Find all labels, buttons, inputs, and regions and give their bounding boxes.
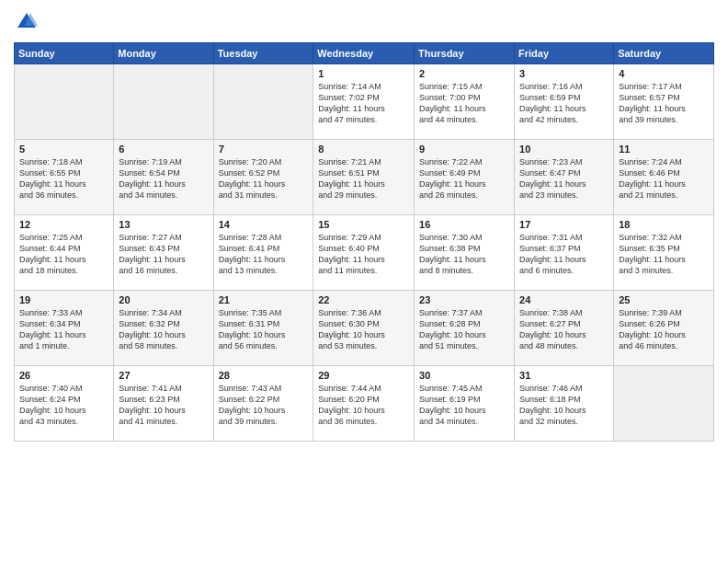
day-number: 1 — [318, 68, 409, 79]
day-info: Sunrise: 7:34 AM Sunset: 6:32 PM Dayligh… — [119, 307, 208, 352]
day-info: Sunrise: 7:44 AM Sunset: 6:20 PM Dayligh… — [318, 383, 409, 428]
day-info: Sunrise: 7:23 AM Sunset: 6:47 PM Dayligh… — [519, 156, 609, 201]
day-info: Sunrise: 7:25 AM Sunset: 6:44 PM Dayligh… — [19, 232, 108, 277]
calendar-cell: 22Sunrise: 7:36 AM Sunset: 6:30 PM Dayli… — [313, 291, 415, 366]
day-number: 18 — [619, 219, 709, 230]
calendar-day-header: Monday — [114, 43, 213, 64]
day-number: 26 — [19, 370, 108, 381]
day-info: Sunrise: 7:27 AM Sunset: 6:43 PM Dayligh… — [119, 232, 208, 277]
calendar-cell: 6Sunrise: 7:19 AM Sunset: 6:54 PM Daylig… — [114, 140, 213, 215]
day-number: 28 — [219, 370, 309, 381]
calendar-week-row: 5Sunrise: 7:18 AM Sunset: 6:55 PM Daylig… — [15, 140, 714, 215]
calendar-day-header: Thursday — [415, 43, 515, 64]
day-info: Sunrise: 7:37 AM Sunset: 6:28 PM Dayligh… — [419, 307, 509, 352]
calendar-header-row: SundayMondayTuesdayWednesdayThursdayFrid… — [15, 43, 714, 64]
calendar-week-row: 12Sunrise: 7:25 AM Sunset: 6:44 PM Dayli… — [15, 215, 714, 291]
calendar-cell: 28Sunrise: 7:43 AM Sunset: 6:22 PM Dayli… — [213, 366, 313, 442]
calendar-cell: 9Sunrise: 7:22 AM Sunset: 6:49 PM Daylig… — [415, 140, 515, 215]
calendar-cell: 21Sunrise: 7:35 AM Sunset: 6:31 PM Dayli… — [213, 291, 313, 366]
calendar-cell: 25Sunrise: 7:39 AM Sunset: 6:26 PM Dayli… — [614, 291, 714, 366]
calendar-cell: 3Sunrise: 7:16 AM Sunset: 6:59 PM Daylig… — [515, 64, 614, 140]
day-info: Sunrise: 7:17 AM Sunset: 6:57 PM Dayligh… — [619, 81, 709, 126]
page: SundayMondayTuesdayWednesdayThursdayFrid… — [0, 0, 728, 563]
calendar-week-row: 26Sunrise: 7:40 AM Sunset: 6:24 PM Dayli… — [15, 366, 714, 442]
day-number: 31 — [519, 370, 609, 381]
day-number: 3 — [519, 68, 609, 79]
day-info: Sunrise: 7:38 AM Sunset: 6:27 PM Dayligh… — [519, 307, 609, 352]
day-info: Sunrise: 7:31 AM Sunset: 6:37 PM Dayligh… — [519, 232, 609, 277]
day-info: Sunrise: 7:24 AM Sunset: 6:46 PM Dayligh… — [619, 156, 709, 201]
day-info: Sunrise: 7:30 AM Sunset: 6:38 PM Dayligh… — [419, 232, 509, 277]
calendar-cell: 16Sunrise: 7:30 AM Sunset: 6:38 PM Dayli… — [415, 215, 515, 291]
day-info: Sunrise: 7:46 AM Sunset: 6:18 PM Dayligh… — [519, 383, 609, 428]
day-number: 7 — [219, 144, 309, 155]
calendar-cell — [15, 64, 114, 140]
calendar-cell: 10Sunrise: 7:23 AM Sunset: 6:47 PM Dayli… — [515, 140, 614, 215]
calendar-day-header: Wednesday — [313, 43, 415, 64]
calendar-cell: 31Sunrise: 7:46 AM Sunset: 6:18 PM Dayli… — [515, 366, 614, 442]
day-info: Sunrise: 7:36 AM Sunset: 6:30 PM Dayligh… — [318, 307, 409, 352]
calendar-day-header: Tuesday — [213, 43, 313, 64]
day-number: 16 — [419, 219, 509, 230]
calendar-cell: 4Sunrise: 7:17 AM Sunset: 6:57 PM Daylig… — [614, 64, 714, 140]
calendar-cell: 12Sunrise: 7:25 AM Sunset: 6:44 PM Dayli… — [15, 215, 114, 291]
calendar-cell: 14Sunrise: 7:28 AM Sunset: 6:41 PM Dayli… — [213, 215, 313, 291]
day-info: Sunrise: 7:43 AM Sunset: 6:22 PM Dayligh… — [219, 383, 309, 428]
calendar-cell — [114, 64, 213, 140]
day-info: Sunrise: 7:29 AM Sunset: 6:40 PM Dayligh… — [318, 232, 409, 277]
header — [14, 9, 714, 35]
calendar-cell — [614, 366, 714, 442]
day-info: Sunrise: 7:15 AM Sunset: 7:00 PM Dayligh… — [419, 81, 509, 126]
day-number: 5 — [19, 144, 108, 155]
calendar-cell: 19Sunrise: 7:33 AM Sunset: 6:34 PM Dayli… — [15, 291, 114, 366]
calendar-cell: 27Sunrise: 7:41 AM Sunset: 6:23 PM Dayli… — [114, 366, 213, 442]
day-number: 12 — [19, 219, 108, 230]
day-info: Sunrise: 7:39 AM Sunset: 6:26 PM Dayligh… — [619, 307, 709, 352]
day-number: 6 — [119, 144, 208, 155]
day-info: Sunrise: 7:20 AM Sunset: 6:52 PM Dayligh… — [219, 156, 309, 201]
calendar-cell: 29Sunrise: 7:44 AM Sunset: 6:20 PM Dayli… — [313, 366, 415, 442]
calendar-cell: 30Sunrise: 7:45 AM Sunset: 6:19 PM Dayli… — [415, 366, 515, 442]
calendar-cell: 1Sunrise: 7:14 AM Sunset: 7:02 PM Daylig… — [313, 64, 415, 140]
calendar-cell: 7Sunrise: 7:20 AM Sunset: 6:52 PM Daylig… — [213, 140, 313, 215]
calendar-cell: 2Sunrise: 7:15 AM Sunset: 7:00 PM Daylig… — [415, 64, 515, 140]
day-info: Sunrise: 7:19 AM Sunset: 6:54 PM Dayligh… — [119, 156, 208, 201]
day-info: Sunrise: 7:21 AM Sunset: 6:51 PM Dayligh… — [318, 156, 409, 201]
day-info: Sunrise: 7:33 AM Sunset: 6:34 PM Dayligh… — [19, 307, 108, 352]
calendar-cell: 15Sunrise: 7:29 AM Sunset: 6:40 PM Dayli… — [313, 215, 415, 291]
day-number: 20 — [119, 294, 208, 305]
calendar-day-header: Sunday — [15, 43, 114, 64]
day-number: 13 — [119, 219, 208, 230]
calendar-cell: 17Sunrise: 7:31 AM Sunset: 6:37 PM Dayli… — [515, 215, 614, 291]
day-number: 8 — [318, 144, 409, 155]
day-info: Sunrise: 7:28 AM Sunset: 6:41 PM Dayligh… — [219, 232, 309, 277]
logo-icon — [14, 9, 40, 35]
calendar-cell: 20Sunrise: 7:34 AM Sunset: 6:32 PM Dayli… — [114, 291, 213, 366]
day-info: Sunrise: 7:16 AM Sunset: 6:59 PM Dayligh… — [519, 81, 609, 126]
day-number: 25 — [619, 294, 709, 305]
day-number: 10 — [519, 144, 609, 155]
calendar-cell: 13Sunrise: 7:27 AM Sunset: 6:43 PM Dayli… — [114, 215, 213, 291]
calendar-cell: 18Sunrise: 7:32 AM Sunset: 6:35 PM Dayli… — [614, 215, 714, 291]
day-number: 23 — [419, 294, 509, 305]
calendar-week-row: 19Sunrise: 7:33 AM Sunset: 6:34 PM Dayli… — [15, 291, 714, 366]
day-number: 30 — [419, 370, 509, 381]
calendar-day-header: Friday — [515, 43, 614, 64]
calendar-day-header: Saturday — [614, 43, 714, 64]
calendar-cell: 24Sunrise: 7:38 AM Sunset: 6:27 PM Dayli… — [515, 291, 614, 366]
day-info: Sunrise: 7:35 AM Sunset: 6:31 PM Dayligh… — [219, 307, 309, 352]
calendar-cell: 5Sunrise: 7:18 AM Sunset: 6:55 PM Daylig… — [15, 140, 114, 215]
calendar-week-row: 1Sunrise: 7:14 AM Sunset: 7:02 PM Daylig… — [15, 64, 714, 140]
calendar-cell: 11Sunrise: 7:24 AM Sunset: 6:46 PM Dayli… — [614, 140, 714, 215]
day-number: 15 — [318, 219, 409, 230]
day-info: Sunrise: 7:22 AM Sunset: 6:49 PM Dayligh… — [419, 156, 509, 201]
day-number: 4 — [619, 68, 709, 79]
day-number: 14 — [219, 219, 309, 230]
day-number: 24 — [519, 294, 609, 305]
day-info: Sunrise: 7:14 AM Sunset: 7:02 PM Dayligh… — [318, 81, 409, 126]
day-number: 21 — [219, 294, 309, 305]
day-number: 27 — [119, 370, 208, 381]
day-info: Sunrise: 7:18 AM Sunset: 6:55 PM Dayligh… — [19, 156, 108, 201]
day-number: 22 — [318, 294, 409, 305]
day-info: Sunrise: 7:32 AM Sunset: 6:35 PM Dayligh… — [619, 232, 709, 277]
